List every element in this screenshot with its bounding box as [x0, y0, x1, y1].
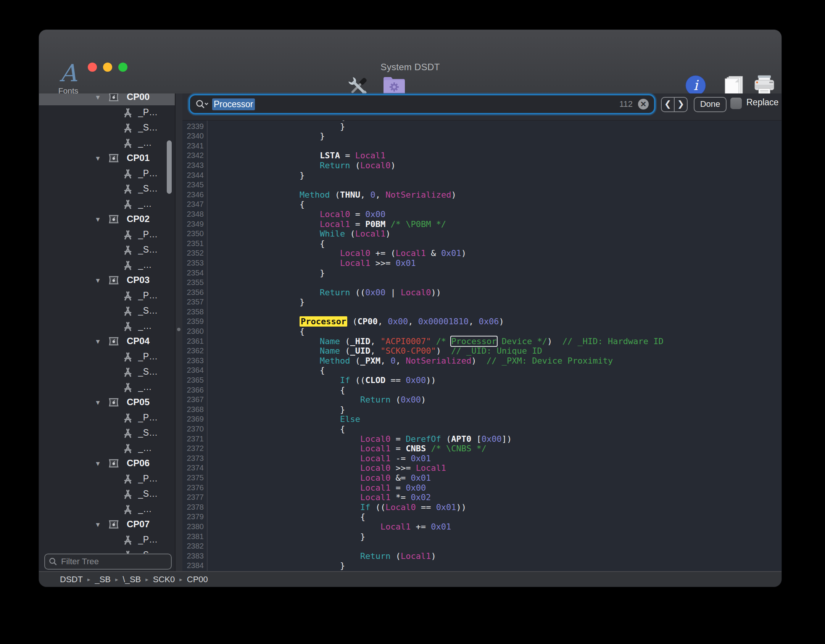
tree-item-CP01[interactable]: _S…	[39, 182, 175, 197]
code-line-2366[interactable]: 2366 {	[182, 385, 781, 395]
filter-tree-input[interactable]: Filter Tree	[44, 554, 172, 570]
code-line-2378[interactable]: 2378 If ((Local0 == 0x01))	[182, 502, 781, 512]
code-line-2341[interactable]: 2341	[182, 141, 781, 151]
disclosure-triangle-icon[interactable]: ▼	[95, 216, 103, 224]
code-line-2376[interactable]: 2376 Local1 = 0x00	[182, 483, 781, 493]
code-line-2343[interactable]: 2343 Return (Local0)	[182, 161, 781, 171]
tree-item-CP06[interactable]: _P…	[39, 472, 175, 487]
code-line-2380[interactable]: 2380 Local1 += 0x01	[182, 522, 781, 532]
tree-group-CP06[interactable]: ▼CP06	[39, 456, 175, 472]
code-line-2351[interactable]: 2351 {	[182, 239, 781, 249]
code-line-2352[interactable]: 2352 Local0 += (Local1 & 0x01)	[182, 248, 781, 258]
tree-item-CP05[interactable]: _…	[39, 441, 175, 456]
code-line-2369[interactable]: 2369 Else	[182, 414, 781, 424]
tree-item-CP04[interactable]: _S…	[39, 365, 175, 380]
code-line-2364[interactable]: 2364 {	[182, 365, 781, 375]
code-line-2348[interactable]: 2348 Local0 = 0x00	[182, 209, 781, 219]
disclosure-triangle-icon[interactable]: ▼	[95, 399, 103, 407]
tree-item-CP00[interactable]: _P…	[39, 105, 175, 121]
disclosure-triangle-icon[interactable]: ▼	[95, 460, 103, 468]
code-line-2345[interactable]: 2345	[182, 180, 781, 190]
sidebar-scrollbar[interactable]	[167, 140, 172, 194]
code-line-2367[interactable]: 2367 Return (0x00)	[182, 395, 781, 405]
code-line-2353[interactable]: 2353 Local1 >>= 0x01	[182, 258, 781, 268]
disclosure-triangle-icon[interactable]: ▼	[95, 93, 103, 102]
tree-item-CP00[interactable]: _S…	[39, 121, 175, 136]
fonts-button[interactable]: A Fonts	[47, 63, 89, 95]
code-line-2377[interactable]: 2377 Local1 *= 0x02	[182, 493, 781, 502]
tree-item-CP02[interactable]: _S…	[39, 243, 175, 258]
code-line-2340[interactable]: 2340 }	[182, 131, 781, 141]
tree-group-CP05[interactable]: ▼CP05	[39, 395, 175, 411]
clear-search-icon[interactable]: ✕	[638, 99, 649, 109]
code-line-2350[interactable]: 2350 While (Local1)	[182, 229, 781, 239]
tree-item-CP07[interactable]: _P…	[39, 533, 175, 548]
code-line-2359[interactable]: 2359 Processor (CP00, 0x00, 0x00001810, …	[182, 317, 781, 327]
tree-group-CP03[interactable]: ▼CP03	[39, 273, 175, 288]
disclosure-triangle-icon[interactable]: ▼	[95, 338, 103, 346]
tree-group-CP00[interactable]: ▼CP00	[39, 93, 175, 105]
code-line-2371[interactable]: 2371 Local0 = DerefOf (APT0 [0x00])	[182, 434, 781, 444]
code-line-2354[interactable]: 2354 }	[182, 268, 781, 278]
breadcrumb-item-_SB[interactable]: \_SB	[123, 575, 141, 584]
search-menu-icon[interactable]	[195, 99, 208, 109]
code-line-2339[interactable]: 2339 }	[182, 122, 781, 132]
code-editor[interactable]: 2338 {2339 }2340 }23412342 LSTA = Local1…	[182, 121, 781, 571]
code-line-2357[interactable]: 2357 }	[182, 297, 781, 307]
tree-group-CP01[interactable]: ▼CP01	[39, 151, 175, 166]
code-line-2360[interactable]: 2360 {	[182, 327, 781, 336]
code-line-2379[interactable]: 2379 {	[182, 512, 781, 522]
find-previous-button[interactable]: ❮	[662, 98, 675, 111]
tree-item-CP01[interactable]: _P…	[39, 166, 175, 182]
code-line-2346[interactable]: 2346 Method (THNU, 0, NotSerialized)	[182, 190, 781, 200]
disclosure-triangle-icon[interactable]: ▼	[95, 277, 103, 285]
code-line-2347[interactable]: 2347 {	[182, 200, 781, 209]
code-line-2375[interactable]: 2375 Local0 &= 0x01	[182, 473, 781, 483]
tree-group-CP07[interactable]: ▼CP07	[39, 517, 175, 533]
breadcrumb-item-SCK0[interactable]: SCK0	[153, 575, 175, 584]
code-line-2368[interactable]: 2368 }	[182, 405, 781, 415]
tree-item-CP05[interactable]: _P…	[39, 411, 175, 426]
tree-item-CP04[interactable]: _P…	[39, 349, 175, 365]
code-line-2384[interactable]: 2384 }	[182, 561, 781, 571]
code-line-2361[interactable]: 2361 Name (_HID, "ACPI0007" /* Processor…	[182, 336, 781, 346]
code-line-2372[interactable]: 2372 Local1 = CNBS /* \CNBS */	[182, 444, 781, 454]
done-button[interactable]: Done	[694, 97, 727, 112]
tree-item-CP02[interactable]: _P…	[39, 227, 175, 243]
tree-item-CP00[interactable]: _…	[39, 136, 175, 151]
code-line-2374[interactable]: 2374 Local0 >>= Local1	[182, 463, 781, 473]
code-line-2363[interactable]: 2363 Method (_PXM, 0, NotSerialized) // …	[182, 356, 781, 366]
tree-item-CP01[interactable]: _…	[39, 197, 175, 212]
tree-item-CP02[interactable]: _…	[39, 258, 175, 273]
tree-group-CP02[interactable]: ▼CP02	[39, 212, 175, 227]
code-line-2383[interactable]: 2383 Return (Local1)	[182, 551, 781, 561]
code-line-2342[interactable]: 2342 LSTA = Local1	[182, 151, 781, 161]
code-line-2362[interactable]: 2362 Name (_UID, "SCK0-CP00") // _UID: U…	[182, 346, 781, 356]
tree-item-CP06[interactable]: _…	[39, 502, 175, 517]
code-line-2370[interactable]: 2370 {	[182, 424, 781, 434]
code-line-2355[interactable]: 2355	[182, 278, 781, 288]
tree-group-CP04[interactable]: ▼CP04	[39, 334, 175, 349]
tree-item-CP06[interactable]: _S…	[39, 487, 175, 502]
code-line-2373[interactable]: 2373 Local1 -= 0x01	[182, 454, 781, 464]
breadcrumb-item-_SB[interactable]: _SB	[95, 575, 111, 584]
find-input[interactable]: Processor 112 ✕	[190, 95, 654, 113]
code-line-2349[interactable]: 2349 Local1 = P0BM /* \P0BM */	[182, 219, 781, 229]
code-line-2344[interactable]: 2344 }	[182, 171, 781, 180]
breadcrumb-item-CP00[interactable]: CP00	[187, 575, 208, 584]
code-line-2358[interactable]: 2358	[182, 307, 781, 317]
breadcrumb-item-DSDT[interactable]: DSDT	[60, 575, 83, 584]
tree-item-CP03[interactable]: _…	[39, 319, 175, 334]
code-line-2382[interactable]: 2382	[182, 541, 781, 551]
disclosure-triangle-icon[interactable]: ▼	[95, 155, 103, 163]
disclosure-triangle-icon[interactable]: ▼	[95, 521, 103, 529]
code-line-2356[interactable]: 2356 Return ((0x00 | Local0))	[182, 288, 781, 298]
code-line-2365[interactable]: 2365 If ((CLOD == 0x00))	[182, 375, 781, 385]
tree-item-CP04[interactable]: _…	[39, 380, 175, 395]
tree-item-CP03[interactable]: _P…	[39, 288, 175, 304]
replace-checkbox[interactable]	[730, 98, 742, 109]
code-line-2381[interactable]: 2381 }	[182, 532, 781, 542]
tree-item-CP03[interactable]: _S…	[39, 304, 175, 319]
tree-item-CP05[interactable]: _S…	[39, 426, 175, 441]
find-next-button[interactable]: ❯	[675, 98, 687, 111]
